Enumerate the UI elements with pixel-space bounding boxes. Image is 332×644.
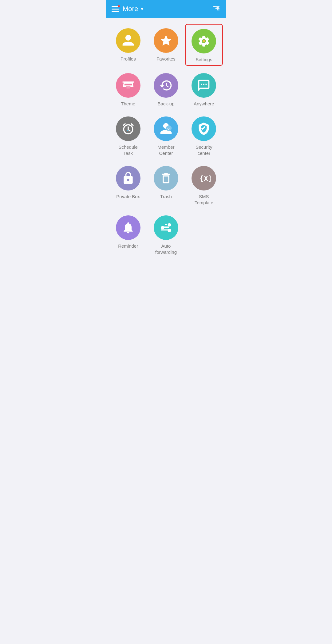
notification-dot bbox=[118, 5, 120, 7]
grid-item-trash[interactable]: Trash bbox=[147, 162, 185, 208]
grid-item-anywhere[interactable]: Anywhere bbox=[185, 69, 223, 109]
title-text: More bbox=[123, 5, 138, 13]
settings-icon-circle bbox=[192, 29, 216, 53]
schedule-task-label: ScheduleTask bbox=[118, 144, 138, 156]
sort-button[interactable] bbox=[212, 4, 220, 14]
grid-item-favorites[interactable]: Favorites bbox=[147, 24, 185, 66]
svg-point-6 bbox=[168, 229, 171, 232]
svg-point-0 bbox=[203, 40, 205, 42]
header: More ▼ bbox=[106, 0, 226, 18]
backup-icon-circle bbox=[154, 73, 178, 98]
svg-text:{X}: {X} bbox=[200, 174, 211, 183]
theme-label: Theme bbox=[121, 101, 135, 107]
reminder-label: Reminder bbox=[118, 243, 138, 249]
main-grid: Profiles Favorites Settings Theme Back-u… bbox=[106, 18, 226, 264]
security-center-label: Securitycenter bbox=[196, 144, 212, 156]
reminder-icon-circle bbox=[116, 215, 140, 240]
grid-item-theme[interactable]: Theme bbox=[109, 69, 147, 109]
dropdown-arrow-icon[interactable]: ▼ bbox=[140, 6, 144, 11]
member-center-icon-circle: v bbox=[154, 116, 178, 141]
grid-item-reminder[interactable]: Reminder bbox=[109, 211, 147, 257]
svg-text:v: v bbox=[168, 127, 170, 131]
grid-item-profiles[interactable]: Profiles bbox=[109, 24, 147, 66]
trash-icon-circle bbox=[154, 166, 178, 190]
anywhere-icon-circle bbox=[192, 73, 216, 98]
security-center-icon-circle bbox=[192, 116, 216, 141]
private-box-icon-circle bbox=[116, 166, 140, 190]
header-left: More ▼ bbox=[112, 5, 144, 13]
grid-item-member-center[interactable]: v MemberCenter bbox=[147, 112, 185, 159]
sms-template-label: SMSTemplate bbox=[195, 194, 213, 206]
grid-item-sms-template[interactable]: {X} SMSTemplate bbox=[185, 162, 223, 208]
grid-item-private-box[interactable]: Private Box bbox=[109, 162, 147, 208]
svg-point-4 bbox=[168, 223, 171, 226]
profiles-icon-circle bbox=[116, 28, 140, 53]
backup-label: Back-up bbox=[157, 101, 174, 107]
profiles-label: Profiles bbox=[121, 56, 136, 62]
grid-item-settings[interactable]: Settings bbox=[185, 24, 223, 66]
theme-icon-circle bbox=[116, 73, 140, 98]
grid-item-auto-forwarding[interactable]: Autoforwarding bbox=[147, 211, 185, 257]
trash-label: Trash bbox=[160, 194, 172, 200]
member-center-label: MemberCenter bbox=[157, 144, 174, 156]
grid-item-schedule-task[interactable]: ScheduleTask bbox=[109, 112, 147, 159]
private-box-label: Private Box bbox=[116, 194, 140, 200]
grid-item-backup[interactable]: Back-up bbox=[147, 69, 185, 109]
header-title: More ▼ bbox=[123, 5, 144, 13]
grid-item-security-center[interactable]: Securitycenter bbox=[185, 112, 223, 159]
schedule-task-icon-circle bbox=[116, 116, 140, 141]
svg-point-5 bbox=[161, 226, 164, 230]
favorites-label: Favorites bbox=[156, 56, 176, 62]
settings-label: Settings bbox=[196, 57, 212, 63]
anywhere-label: Anywhere bbox=[194, 101, 214, 107]
sms-template-icon-circle: {X} bbox=[192, 166, 216, 190]
menu-button[interactable] bbox=[112, 6, 119, 12]
favorites-icon-circle bbox=[154, 28, 178, 53]
auto-forwarding-label: Autoforwarding bbox=[155, 243, 177, 255]
auto-forwarding-icon-circle bbox=[154, 215, 178, 240]
